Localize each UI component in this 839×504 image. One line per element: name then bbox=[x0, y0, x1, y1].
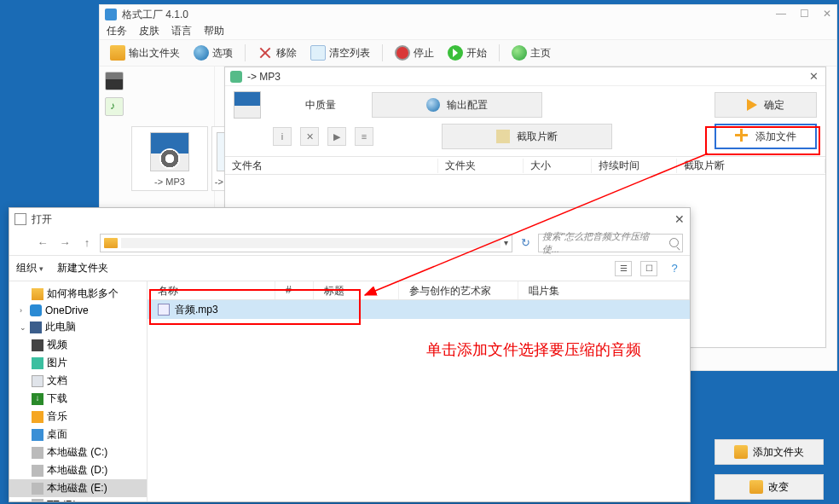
nav-this-pc[interactable]: ⌄此电脑 bbox=[9, 318, 147, 336]
minimize-button[interactable]: — bbox=[776, 8, 786, 20]
nav-disk-c[interactable]: 本地磁盘 (C:) bbox=[9, 443, 147, 461]
second-bar: i ✕ ▶ ≡ 截取片断 添加文件 bbox=[225, 124, 825, 156]
menu-skin[interactable]: 皮肤 bbox=[139, 24, 159, 39]
nav-disk-e[interactable]: 本地磁盘 (E:) bbox=[9, 479, 147, 497]
nav-disk-d[interactable]: 本地磁盘 (D:) bbox=[9, 461, 147, 479]
mp3-thumb-icon bbox=[234, 91, 261, 119]
folder-icon bbox=[32, 288, 43, 300]
address-bar: ← → ↑ ▾ ↻ 搜索"怎么把音频文件压缩使... bbox=[9, 230, 690, 256]
play-button[interactable]: ▶ bbox=[327, 127, 346, 146]
dialog-title: -> MP3 bbox=[247, 71, 281, 83]
file-row[interactable]: 音频.mp3 bbox=[148, 300, 690, 319]
clear-list-button[interactable]: 清空列表 bbox=[305, 43, 375, 62]
nav-pictures[interactable]: 图片 bbox=[9, 354, 147, 372]
col-duration[interactable]: 持续时间 bbox=[592, 159, 677, 173]
format-cell-mp3[interactable]: -> MP3 bbox=[131, 126, 208, 191]
ff-titlebar: 格式工厂 4.1.0 — ☐ ✕ bbox=[100, 5, 836, 24]
separator bbox=[382, 44, 383, 61]
maximize-button[interactable]: ☐ bbox=[800, 8, 809, 20]
folder-icon bbox=[104, 238, 118, 248]
ok-button[interactable]: 确定 bbox=[715, 92, 817, 118]
close-button[interactable]: ✕ bbox=[674, 212, 685, 226]
video-category-icon[interactable] bbox=[105, 72, 124, 90]
film-icon bbox=[496, 130, 510, 143]
view-mode-button[interactable]: ☰ bbox=[615, 261, 632, 276]
nav-back-button[interactable]: ← bbox=[33, 234, 52, 252]
col-album[interactable]: 唱片集 bbox=[518, 281, 690, 299]
folder-icon bbox=[110, 45, 125, 61]
change-button[interactable]: 改变 bbox=[715, 474, 824, 500]
file-list-header: 文件名 文件夹 大小 持续时间 截取片断 bbox=[225, 156, 825, 175]
col-title[interactable]: 标题 bbox=[314, 281, 399, 299]
menu-tasks[interactable]: 任务 bbox=[107, 24, 127, 39]
clear-icon bbox=[310, 45, 326, 61]
col-clip[interactable]: 截取片断 bbox=[677, 159, 825, 173]
downloads-icon bbox=[32, 393, 43, 405]
dialog-icon bbox=[14, 213, 26, 225]
search-icon bbox=[669, 238, 679, 247]
output-config-button[interactable]: 输出配置 bbox=[372, 92, 542, 118]
dialog-titlebar: 打开 ✕ bbox=[9, 208, 690, 230]
close-button[interactable]: ✕ bbox=[823, 8, 831, 20]
folder-icon bbox=[749, 480, 763, 494]
nav-disk-f[interactable]: TT (F.) bbox=[9, 497, 147, 501]
info-button[interactable]: i bbox=[273, 127, 292, 146]
file-name: 音频.mp3 bbox=[175, 303, 218, 317]
nav-downloads[interactable]: 下载 bbox=[9, 390, 147, 408]
music-icon bbox=[32, 411, 43, 423]
col-name[interactable]: 名称 bbox=[148, 281, 275, 299]
top-bar: 中质量 输出配置 确定 bbox=[225, 86, 825, 124]
stop-button[interactable]: 停止 bbox=[390, 43, 439, 62]
audio-category-icon[interactable] bbox=[105, 97, 124, 116]
path-dropdown-icon[interactable]: ▾ bbox=[504, 238, 508, 247]
disk-icon bbox=[32, 465, 43, 477]
nav-desktop[interactable]: 桌面 bbox=[9, 426, 147, 443]
disk-icon bbox=[32, 483, 43, 495]
col-artists[interactable]: 参与创作的艺术家 bbox=[399, 281, 518, 299]
folder-icon bbox=[734, 445, 748, 459]
organize-menu[interactable]: 组织 bbox=[16, 261, 43, 275]
refresh-button[interactable]: ↻ bbox=[516, 236, 535, 249]
clip-button[interactable]: 截取片断 bbox=[442, 124, 612, 149]
col-size[interactable]: 大小 bbox=[524, 159, 592, 173]
nav-fwd-button[interactable]: → bbox=[55, 234, 74, 252]
delete-button[interactable]: ✕ bbox=[300, 127, 319, 146]
options-button[interactable]: 选项 bbox=[188, 43, 238, 62]
output-folder-button[interactable]: 输出文件夹 bbox=[105, 43, 185, 62]
new-folder-button[interactable]: 新建文件夹 bbox=[57, 261, 108, 275]
start-button[interactable]: 开始 bbox=[443, 43, 492, 62]
add-file-button[interactable]: 添加文件 bbox=[715, 124, 817, 149]
search-placeholder: 搜索"怎么把音频文件压缩使... bbox=[542, 230, 666, 256]
remove-icon bbox=[257, 45, 273, 61]
close-button[interactable]: ✕ bbox=[809, 70, 819, 83]
nav-documents[interactable]: 文档 bbox=[9, 372, 147, 390]
home-button[interactable]: 主页 bbox=[506, 43, 556, 62]
dialog-titlebar: -> MP3 ✕ bbox=[225, 67, 825, 86]
pictures-icon bbox=[32, 357, 43, 369]
window-title: 格式工厂 4.1.0 bbox=[122, 8, 188, 22]
nav-onedrive[interactable]: ›OneDrive bbox=[9, 303, 147, 318]
nav-videos[interactable]: 视频 bbox=[9, 336, 147, 354]
path-field[interactable]: ▾ bbox=[100, 234, 512, 252]
dialog-icon bbox=[230, 71, 242, 83]
list-button[interactable]: ≡ bbox=[355, 127, 373, 146]
onedrive-icon bbox=[30, 304, 42, 316]
col-filename[interactable]: 文件名 bbox=[225, 159, 438, 173]
nav-folder[interactable]: 如何将电影多个 bbox=[9, 285, 147, 303]
menu-help[interactable]: 帮助 bbox=[204, 24, 224, 39]
col-num[interactable]: # bbox=[275, 281, 314, 299]
toolbar: 输出文件夹 选项 移除 清空列表 停止 开始 主页 bbox=[100, 39, 836, 67]
col-folder[interactable]: 文件夹 bbox=[438, 159, 524, 173]
nav-up-button[interactable]: ↑ bbox=[78, 234, 96, 252]
nav-music[interactable]: 音乐 bbox=[9, 408, 147, 426]
menu-lang[interactable]: 语言 bbox=[171, 24, 192, 39]
search-input[interactable]: 搜索"怎么把音频文件压缩使... bbox=[538, 234, 683, 252]
menu-bar: 任务 皮肤 语言 帮助 bbox=[100, 24, 836, 39]
preview-pane-button[interactable]: ☐ bbox=[640, 261, 657, 276]
dialog-title: 打开 bbox=[32, 212, 52, 227]
remove-button[interactable]: 移除 bbox=[252, 43, 302, 62]
help-button[interactable]: ? bbox=[666, 261, 683, 276]
file-list-header: 名称 # 标题 参与创作的艺术家 唱片集 bbox=[148, 281, 690, 300]
add-folder-button[interactable]: 添加文件夹 bbox=[715, 439, 824, 465]
disk-icon bbox=[32, 499, 43, 501]
